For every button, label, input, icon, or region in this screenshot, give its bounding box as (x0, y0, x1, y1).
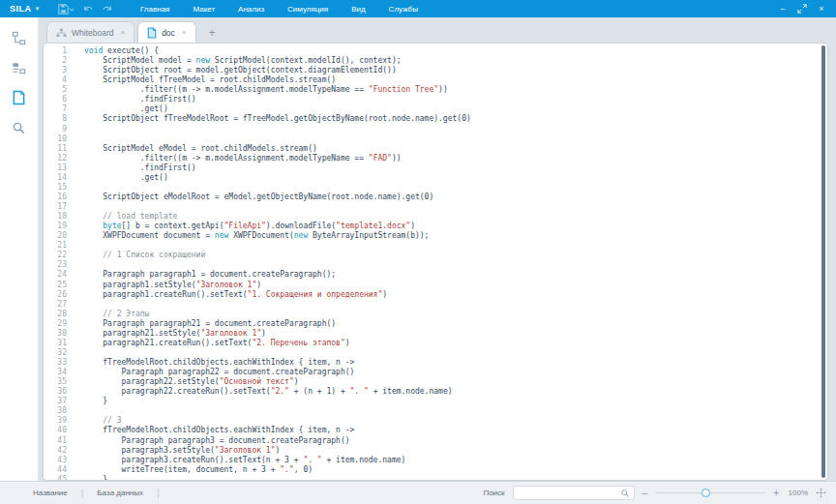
minimize-button[interactable]: – (776, 2, 790, 15)
code-line[interactable]: 36 paragraph22.createRun().setText("2." … (44, 387, 827, 397)
code-line[interactable]: 3 ScriptObject root = model.getObject(co… (44, 66, 827, 75)
code-line[interactable]: 44 writeTree(item, document, n + 3 + "."… (44, 465, 827, 475)
zoom-out-button[interactable]: – (642, 488, 648, 498)
save-button[interactable] (58, 4, 75, 15)
code-line[interactable]: 10 (44, 134, 827, 144)
code-line[interactable]: 13 .findFirst() (44, 163, 827, 173)
sidebar (0, 17, 39, 481)
code-line[interactable]: 7 .get() (44, 104, 827, 114)
code-line[interactable]: 31 paragraph21.createRun().setText("2. П… (44, 339, 827, 348)
code-line[interactable]: 34 Paragraph paragraph22 = document.crea… (44, 368, 827, 377)
zoom-slider[interactable] (655, 489, 765, 498)
code-line[interactable]: 2 ScriptModel model = new ScriptModel(co… (44, 56, 827, 66)
redo-button[interactable] (102, 4, 113, 14)
code-line[interactable]: 25 paragraph1.setStyle("Заголовок 1") (44, 281, 827, 290)
document-icon (12, 90, 26, 105)
code-line[interactable]: 40 fTreeModelRoot.childObjects.eachWithI… (44, 426, 827, 435)
zoom-value: 100% (787, 489, 808, 497)
line-number: 17 (44, 202, 67, 212)
code-line[interactable]: 24 Paragraph paragraph1 = document.creat… (44, 270, 827, 280)
code-line[interactable]: 29 Paragraph paragraph21 = document.crea… (44, 319, 827, 329)
code-line[interactable]: 11 ScriptModel eModel = root.childModels… (44, 144, 827, 154)
code-text: fTreeModelRoot.childObjects.eachWithInde… (84, 426, 354, 435)
code-line[interactable]: 8 ScriptObject fTreeModelRoot = fTreeMod… (44, 114, 827, 124)
maximize-icon (797, 4, 807, 14)
code-line[interactable]: 4 ScriptModel fTreeModel = root.childMod… (44, 75, 827, 85)
new-tab-button[interactable]: + (209, 27, 216, 39)
sidebar-item-search[interactable] (8, 117, 31, 138)
line-number: 30 (44, 329, 67, 339)
code-text: ScriptObject root = model.getObject(cont… (84, 66, 397, 75)
code-text: fTreeModelRoot.childObjects.eachWithInde… (84, 358, 354, 368)
code-line[interactable]: 43 paragraph3.createRun().setText(n + 3 … (44, 456, 827, 465)
code-line[interactable]: 35 paragraph22.setStyle("Основной текст"… (44, 377, 827, 387)
line-number: 11 (44, 144, 67, 154)
sidebar-item-documents[interactable] (8, 87, 31, 108)
tab-doc[interactable]: doc × (137, 21, 195, 43)
line-number: 32 (44, 348, 67, 358)
close-button[interactable]: × (815, 2, 828, 15)
code-line[interactable]: 20 XWPFDocument document = new XWPFDocum… (44, 231, 827, 241)
code-line[interactable]: 19 byte[] b = context.getApi("FileApi").… (44, 222, 827, 231)
code-line[interactable]: 14 .get() (44, 173, 827, 183)
sidebar-item-model-tree[interactable] (8, 27, 31, 48)
code-editor[interactable]: 1void execute() {2 ScriptModel model = n… (43, 43, 828, 481)
code-line[interactable]: 22 // 1 Список сокращений (44, 251, 827, 260)
menu-item-simulyaciya[interactable]: Симуляция (287, 5, 328, 14)
code-line[interactable]: 16 ScriptObject eModelRoot = eModel.getO… (44, 193, 827, 202)
line-number: 41 (44, 436, 67, 446)
code-line[interactable]: 18 // load template (44, 212, 827, 222)
undo-icon (82, 4, 94, 14)
code-line[interactable]: 5 .filter((m -> m.modelAssignment.modelT… (44, 85, 827, 95)
line-number: 7 (44, 104, 67, 114)
fit-to-screen-button[interactable] (816, 488, 826, 498)
maximize-button[interactable] (795, 2, 809, 15)
code-line[interactable]: 38 (44, 406, 827, 416)
slider-handle[interactable] (702, 489, 710, 497)
divider: | (157, 488, 160, 498)
tab-whiteboard[interactable]: Whiteboard × (46, 21, 134, 43)
code-line[interactable]: 21 (44, 241, 827, 251)
code-text: // 2 Этапы (84, 310, 149, 319)
menu-item-maket[interactable]: Макет (193, 5, 215, 14)
code-line[interactable]: 28 // 2 Этапы (44, 310, 827, 319)
close-icon[interactable]: × (118, 28, 125, 37)
code-line[interactable]: 1void execute() { (44, 46, 827, 56)
line-number: 37 (44, 397, 67, 406)
document-icon (147, 27, 157, 39)
menu-item-analiz[interactable]: Анализ (238, 5, 264, 14)
code-line[interactable]: 15 (44, 183, 827, 193)
code-line[interactable]: 37 } (44, 397, 827, 406)
code-line[interactable]: 6 .findFirst() (44, 95, 827, 104)
undo-button[interactable] (82, 4, 94, 14)
menu-item-sluzhby[interactable]: Службы (389, 5, 418, 14)
code-text: paragraph22.createRun().setText("2." + (… (84, 387, 453, 397)
close-icon[interactable]: × (180, 28, 187, 37)
zoom-in-button[interactable]: + (773, 488, 779, 498)
sidebar-item-diagrams[interactable] (8, 57, 31, 78)
code-line[interactable]: 12 .filter((m -> m.modelAssignment.model… (44, 154, 827, 163)
code-line[interactable]: 39 // 3 (44, 416, 827, 426)
search-icon (12, 121, 26, 135)
code-line[interactable]: 32 (44, 348, 827, 358)
menu-item-glavnaya[interactable]: Главная (140, 5, 169, 14)
code-line[interactable]: 23 (44, 260, 827, 270)
code-line[interactable]: 27 (44, 300, 827, 310)
code-line[interactable]: 9 (44, 125, 827, 134)
code-line[interactable]: 42 paragraph3.setStyle("Заголовок 1") (44, 446, 827, 456)
code-line[interactable]: 41 Paragraph paragraph3 = document.creat… (44, 436, 827, 446)
app-menu-button[interactable]: SILA ▼ (0, 4, 50, 14)
code-text: writeTree(item, document, n + 3 + ".", 0… (84, 465, 313, 475)
code-lines: 1void execute() {2 ScriptModel model = n… (44, 44, 827, 481)
code-text: .get() (84, 173, 168, 183)
search-input[interactable] (518, 489, 620, 497)
code-text: paragraph1.setStyle("Заголовок 1") (84, 281, 261, 290)
code-text: .findFirst() (84, 163, 196, 173)
vertical-scrollbar[interactable] (821, 45, 825, 478)
code-line[interactable]: 26 paragraph1.createRun().setText("1. Со… (44, 290, 827, 300)
menu-item-vid[interactable]: Вид (351, 5, 365, 14)
line-number: 1 (44, 46, 67, 56)
code-line[interactable]: 30 paragraph21.setStyle("Заголовок 1") (44, 329, 827, 339)
code-line[interactable]: 17 (44, 202, 827, 212)
code-line[interactable]: 33 fTreeModelRoot.childObjects.eachWithI… (44, 358, 827, 368)
